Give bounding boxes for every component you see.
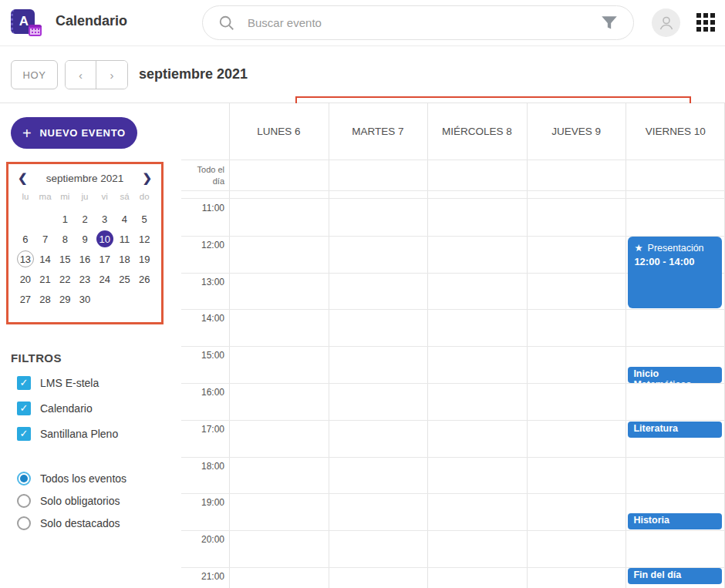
search-icon (218, 15, 235, 32)
next-button[interactable]: › (96, 61, 127, 89)
mini-day-24[interactable]: 24 (95, 270, 115, 287)
mini-day-25[interactable]: 25 (115, 270, 135, 287)
mini-day-29[interactable]: 29 (55, 291, 75, 307)
event-historia[interactable]: Historia (628, 513, 722, 529)
mini-day-9[interactable]: 9 (75, 230, 95, 247)
filter-funnel-icon[interactable] (599, 13, 619, 33)
day-header-1[interactable]: LUNES 6 (229, 103, 329, 160)
filter-item-santillana-pleno[interactable]: ✓Santillana Pleno (17, 421, 118, 446)
mini-weekday: ju (75, 192, 95, 201)
checkbox-checked-icon[interactable]: ✓ (17, 402, 31, 415)
search-input[interactable] (248, 16, 599, 29)
hour-line (181, 457, 725, 458)
event-presentación[interactable]: ★Presentación12:00 - 14:00 (628, 237, 722, 308)
mini-day-number: 6 (17, 230, 34, 247)
event-time: 12:00 - 14:00 (634, 256, 716, 267)
event-title-row: ★Presentación (634, 242, 716, 254)
mini-day-30[interactable]: 30 (75, 291, 95, 307)
today-button[interactable]: HOY (11, 60, 58, 89)
new-event-label: NUEVO EVENTO (39, 127, 125, 139)
mini-day-6[interactable]: 6 (15, 230, 35, 247)
mini-calendar-weekdays: lumamijuvisádo (8, 192, 161, 201)
checkbox-checked-icon[interactable]: ✓ (17, 427, 31, 441)
mini-day-empty (15, 210, 35, 227)
mini-day-number: 4 (116, 210, 133, 227)
radio-item-solo-destacados[interactable]: Solo destacados (17, 512, 126, 534)
mini-day-17[interactable]: 17 (95, 250, 115, 267)
mini-day-7[interactable]: 7 (35, 230, 56, 247)
prev-button[interactable]: ‹ (66, 61, 96, 89)
mini-day-3[interactable]: 3 (95, 210, 115, 227)
mini-day-11[interactable]: 11 (115, 230, 135, 247)
mini-weekday: lu (15, 192, 35, 201)
mini-day-19[interactable]: 19 (134, 250, 154, 267)
mini-day-5[interactable]: 5 (134, 210, 154, 227)
mini-day-28[interactable]: 28 (35, 291, 56, 307)
mini-day-number: 23 (76, 270, 93, 287)
mini-day-number: 7 (37, 230, 54, 247)
mini-day-number: 22 (56, 270, 73, 287)
mini-day-14[interactable]: 14 (35, 250, 56, 267)
mini-day-16[interactable]: 16 (75, 250, 95, 267)
mini-day-empty (134, 291, 154, 307)
month-title: septiembre 2021 (139, 66, 248, 82)
mini-day-number: 21 (37, 270, 54, 287)
mini-day-26[interactable]: 26 (134, 270, 154, 287)
event-literatura[interactable]: Literatura (628, 422, 722, 438)
mini-day-15[interactable]: 15 (55, 250, 75, 267)
mini-day-8[interactable]: 8 (55, 230, 75, 247)
filter-label: Calendario (40, 402, 93, 415)
mini-day-20[interactable]: 20 (15, 270, 35, 287)
day-header-5[interactable]: VIERNES 10 (626, 103, 725, 160)
sidebar: + NUEVO EVENTO ❮ septiembre 2021 ❯ lumam… (0, 103, 181, 588)
mini-day-18[interactable]: 18 (115, 250, 135, 267)
mini-weekday: vi (95, 192, 115, 201)
mini-day-12[interactable]: 12 (134, 230, 154, 247)
app-logo-icon[interactable]: A (11, 8, 39, 36)
event-fin-del-día[interactable]: Fin del día (628, 568, 722, 584)
mini-weekday: ma (35, 192, 56, 201)
mini-next-icon[interactable]: ❯ (142, 171, 152, 185)
hour-label-1100: 11:00 (181, 203, 224, 213)
mini-day-4[interactable]: 4 (115, 210, 135, 227)
logo-calendar-icon (29, 25, 42, 36)
mini-day-21[interactable]: 21 (35, 270, 56, 287)
mini-day-10[interactable]: 10 (95, 230, 115, 247)
mini-day-27[interactable]: 27 (15, 291, 35, 307)
mini-day-number (17, 210, 34, 227)
mini-prev-icon[interactable]: ❮ (18, 171, 28, 185)
hour-label-2000: 20:00 (181, 534, 224, 545)
filter-item-calendario[interactable]: ✓Calendario (17, 395, 118, 421)
mini-day-22[interactable]: 22 (55, 270, 75, 287)
avatar[interactable] (652, 8, 680, 37)
day-header-3[interactable]: MIÉRCOLES 8 (427, 103, 527, 160)
radio-icon[interactable] (17, 516, 31, 530)
event-inicio-matemáticas[interactable]: Inicio Matemáticas (628, 367, 722, 383)
filters-list: ✓LMS E-stela✓Calendario✓Santillana Pleno (17, 370, 118, 446)
app-grid-icon[interactable] (696, 13, 717, 33)
hour-label-1400: 14:00 (181, 313, 224, 324)
filter-item-lms-e-stela[interactable]: ✓LMS E-stela (17, 370, 118, 395)
mini-day-2[interactable]: 2 (75, 210, 95, 227)
mini-weekday: do (134, 192, 154, 201)
week-grid: Todo el día LUNES 6MARTES 7MIÉRCOLES 8JU… (181, 103, 725, 588)
day-header-2[interactable]: MARTES 7 (329, 103, 428, 160)
search-bar[interactable] (202, 5, 634, 40)
radio-icon[interactable] (17, 494, 31, 508)
event-title: Fin del día (633, 570, 681, 580)
hour-label-1300: 13:00 (181, 277, 224, 287)
mini-day-23[interactable]: 23 (75, 270, 95, 287)
radio-icon[interactable] (17, 472, 31, 486)
mini-day-13[interactable]: 13 (15, 250, 35, 267)
mini-day-number: 2 (76, 210, 93, 227)
radio-item-solo-obligatorios[interactable]: Solo obligatorios (17, 489, 126, 512)
event-title: Presentación (648, 243, 704, 254)
mini-calendar-week: 13141516171819 (15, 250, 154, 267)
event-title: Inicio Matemáticas (633, 368, 691, 383)
hour-line (181, 493, 725, 494)
new-event-button[interactable]: + NUEVO EVENTO (11, 117, 137, 149)
radio-item-todos-los-eventos[interactable]: Todos los eventos (17, 467, 126, 489)
checkbox-checked-icon[interactable]: ✓ (17, 376, 31, 390)
mini-day-1[interactable]: 1 (55, 210, 75, 227)
day-header-4[interactable]: JUEVES 9 (527, 103, 626, 160)
